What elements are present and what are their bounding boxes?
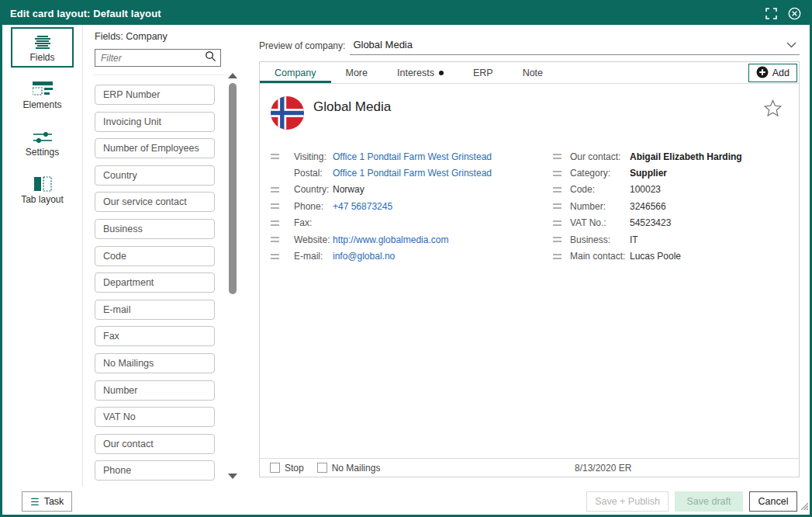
card-row-number[interactable]: Number: 3246566 (553, 198, 799, 214)
chevron-down-icon (786, 37, 796, 51)
fields-scrollbar[interactable] (227, 73, 238, 479)
no-mailings-checkbox[interactable]: No Mailings (317, 463, 381, 474)
sidebar-item-tab-layout[interactable]: Tab layout (11, 169, 74, 210)
card-right-column: Our contact: Abigail Elizabeth Harding C… (547, 148, 799, 265)
category-value: Supplier (630, 168, 667, 179)
field-item[interactable]: Our service contact (95, 192, 215, 212)
hamburger-icon: ☰ (30, 497, 40, 507)
drag-handle-icon[interactable] (553, 187, 561, 193)
cancel-button[interactable]: Cancel (749, 491, 797, 512)
website-link[interactable]: http://www.globalmedia.com (333, 234, 448, 245)
field-item[interactable]: Number of Employees (95, 138, 215, 158)
field-item[interactable]: VAT No (95, 407, 215, 427)
fields-panel-separator (93, 75, 233, 75)
tab-erp[interactable]: ERP (458, 62, 508, 83)
task-button[interactable]: ☰ Task (22, 491, 72, 512)
card-row-code[interactable]: Code: 100023 (553, 182, 799, 198)
preview-company-select[interactable]: Global Media (350, 37, 800, 55)
field-list: ERP Number Invoicing Unit Number of Empl… (95, 85, 215, 481)
email-link[interactable]: info@global.no (333, 251, 395, 262)
card-row-email[interactable]: E-mail: info@global.no (271, 248, 547, 264)
card-body: Global Media Visiting: Offi (260, 84, 799, 458)
drag-handle-icon[interactable] (271, 254, 279, 259)
card-row-visiting[interactable]: Visiting: Office 1 Pondtail Farm West Gr… (271, 148, 547, 165)
edit-card-layout-dialog: Edit card layout: Default layout (0, 0, 812, 517)
postal-address-link[interactable]: Office 1 Pondtail Farm West Grinstead (333, 168, 492, 179)
field-item[interactable]: Code (95, 246, 215, 266)
drag-handle-icon[interactable] (271, 187, 279, 193)
drag-handle-icon[interactable] (271, 154, 279, 159)
field-item[interactable]: E-mail (95, 300, 215, 320)
notification-dot (439, 71, 444, 75)
checkbox[interactable] (270, 463, 280, 473)
field-item[interactable]: No Mailings (95, 353, 215, 373)
field-item[interactable]: Number (95, 380, 215, 401)
tab-company[interactable]: Company (260, 62, 331, 83)
field-item[interactable]: Phone (95, 460, 215, 481)
field-item[interactable]: Fax (95, 326, 215, 346)
scroll-up-icon[interactable] (228, 73, 237, 78)
scrollbar-thumb[interactable] (229, 83, 237, 294)
card-row-vat[interactable]: VAT No.: 54523423 (553, 215, 799, 231)
card-row-our-contact[interactable]: Our contact: Abigail Elizabeth Harding (553, 148, 799, 165)
layout-sidebar: Fields Elements (2, 25, 83, 487)
field-item[interactable]: Country (95, 165, 215, 186)
drag-handle-icon[interactable] (271, 237, 279, 242)
field-item[interactable]: Department (95, 272, 215, 293)
stop-checkbox[interactable]: Stop (270, 463, 304, 474)
search-icon[interactable] (205, 50, 216, 65)
checkbox[interactable] (317, 463, 327, 473)
dialog-title: Edit card layout: Default layout (10, 8, 161, 19)
sidebar-item-label: Elements (12, 99, 72, 110)
tab-more[interactable]: More (331, 62, 382, 83)
scroll-down-icon[interactable] (228, 474, 237, 479)
phone-link[interactable]: +47 56873245 (333, 201, 392, 212)
card-row-phone[interactable]: Phone: +47 56873245 (271, 198, 547, 214)
card-left-column: Visiting: Office 1 Pondtail Farm West Gr… (260, 148, 547, 265)
fields-panel-title: Fields: Company (95, 31, 241, 42)
fields-panel: Fields: Company ERP Number Invoicing Uni… (83, 25, 241, 487)
drag-handle-icon[interactable] (271, 203, 279, 209)
drag-handle-icon[interactable] (553, 254, 561, 259)
main-contact-value: Lucas Poole (630, 251, 681, 262)
preview-company-value: Global Media (353, 39, 786, 50)
visiting-address-link[interactable]: Office 1 Pondtail Farm West Grinstead (333, 151, 492, 162)
sidebar-item-elements[interactable]: Elements (11, 75, 74, 115)
drag-handle-icon[interactable] (553, 220, 561, 226)
field-item[interactable]: ERP Number (95, 85, 215, 105)
drag-handle-icon[interactable] (553, 237, 561, 242)
drag-handle-icon[interactable] (553, 171, 561, 176)
tab-interests[interactable]: Interests (382, 62, 458, 83)
add-tab-button[interactable]: Add (748, 64, 797, 82)
add-icon (756, 66, 769, 81)
field-item[interactable]: Business (95, 219, 215, 239)
card-row-postal[interactable]: Postal: Office 1 Pondtail Farm West Grin… (271, 165, 547, 181)
dialog-titlebar: Edit card layout: Default layout (2, 2, 810, 25)
dialog-footer: ☰ Task Save + Publish Save draft Cancel (2, 487, 810, 517)
filter-input[interactable] (101, 53, 205, 64)
tab-note[interactable]: Note (508, 62, 558, 83)
save-publish-button[interactable]: Save + Publish (586, 491, 669, 512)
fullscreen-icon[interactable] (763, 6, 779, 22)
sidebar-item-fields[interactable]: Fields (11, 27, 74, 68)
close-icon[interactable] (786, 6, 802, 22)
drag-handle-icon[interactable] (553, 154, 561, 159)
norway-flag-icon (271, 96, 304, 130)
field-item[interactable]: Invoicing Unit (95, 112, 215, 132)
star-icon[interactable] (764, 99, 782, 120)
field-item[interactable]: Our contact (95, 434, 215, 454)
card-row-country[interactable]: Country: Norway (271, 182, 547, 198)
card-row-main-contact[interactable]: Main contact: Lucas Poole (553, 248, 799, 264)
elements-icon (12, 80, 72, 97)
card-row-website[interactable]: Website: http://www.globalmedia.com (271, 231, 547, 248)
drag-handle-icon[interactable] (553, 203, 561, 209)
drag-handle-icon[interactable] (271, 220, 279, 226)
card-row-category[interactable]: Category: Supplier (553, 165, 799, 181)
resize-grip-icon[interactable] (799, 499, 808, 513)
save-draft-button[interactable]: Save draft (675, 491, 743, 512)
preview-company-label: Preview of company: (259, 40, 345, 55)
country-value: Norway (333, 184, 365, 195)
sidebar-item-settings[interactable]: Settings (11, 122, 74, 162)
card-row-fax[interactable]: Fax: (271, 215, 547, 231)
card-row-business[interactable]: Business: IT (553, 231, 799, 248)
